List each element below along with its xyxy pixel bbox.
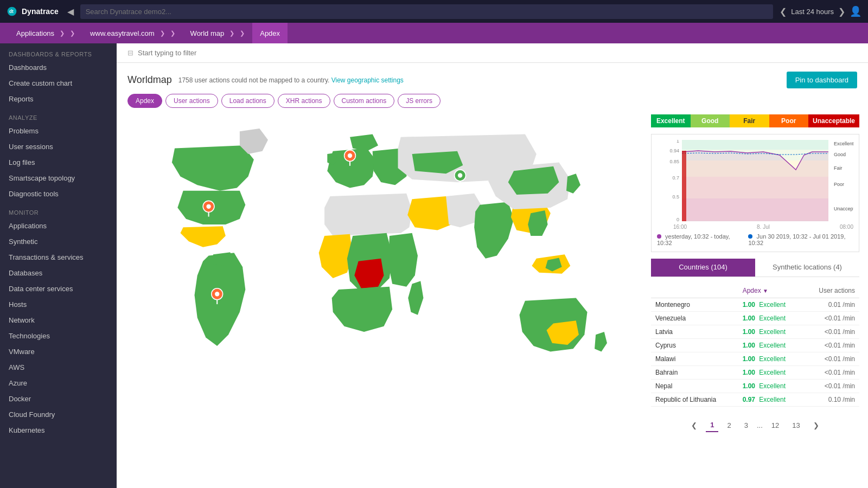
table-row[interactable]: Latvia 1.00 Excellent <0.01 /min (651, 325, 859, 339)
table-row[interactable]: Venezuela 1.00 Excellent <0.01 /min (651, 312, 859, 325)
tab-apdex[interactable]: Apdex (127, 94, 162, 108)
filter-bar: ⊟ (117, 43, 868, 63)
legend-comparison: Jun 30 2019, 10:32 - Jul 01 2019, 10:32 (748, 233, 853, 246)
user-icon[interactable]: 👤 (850, 5, 861, 17)
col-apdex[interactable]: Apdex ▼ (738, 284, 803, 298)
filter-icon: ⊟ (127, 49, 133, 57)
sidebar-item-problems[interactable]: Problems (0, 123, 117, 139)
world-map (127, 114, 640, 386)
svg-text:0.94: 0.94 (669, 148, 679, 153)
table-row[interactable]: Republic of Lithuania 0.97 Excellent 0.1… (651, 393, 859, 407)
page-1[interactable]: 1 (706, 419, 718, 432)
chart-legend: yesterday, 10:32 - today, 10:32 Jun 30 2… (657, 230, 853, 246)
country-name: Venezuela (651, 312, 738, 325)
country-name: Bahrain (651, 366, 738, 380)
svg-rect-27 (682, 151, 686, 221)
breadcrumb-worldmap[interactable]: World map ❯ (183, 23, 253, 43)
svg-text:0.85: 0.85 (669, 159, 679, 164)
table-row[interactable]: Cyprus 1.00 Excellent <0.01 /min (651, 339, 859, 352)
sidebar-item-docker[interactable]: Docker (0, 391, 117, 407)
sidebar-item-smartscape[interactable]: Smartscape topology (0, 170, 117, 186)
svg-point-3 (206, 204, 210, 209)
back-button[interactable]: ◀ (67, 7, 74, 17)
apdex-chart: 1 0.94 0.85 0.7 0.5 0 Excellent Good Fai… (651, 134, 859, 252)
page-subtitle: 1758 user actions could not be mapped to… (178, 76, 404, 84)
page-title: Worldmap (127, 74, 172, 86)
sidebar-item-azure[interactable]: Azure (0, 375, 117, 391)
country-name: Latvia (651, 325, 738, 339)
sidebar-item-log-files[interactable]: Log files (0, 155, 117, 170)
sidebar-section-analyze: Analyze (0, 107, 117, 123)
breadcrumb-apdex[interactable]: Apdex (252, 23, 288, 43)
col-user-actions: User actions (803, 284, 859, 298)
svg-text:Unacceptable: Unacceptable (834, 206, 853, 211)
breadcrumb-applications[interactable]: Applications ❯ (9, 23, 82, 43)
page-2[interactable]: 2 (723, 419, 735, 432)
page-12[interactable]: 12 (767, 419, 783, 432)
geographic-settings-link[interactable]: View geographic settings (331, 76, 404, 84)
apdex-value: 1.00 Excellent (738, 312, 803, 325)
sidebar-item-transactions[interactable]: Transactions & services (0, 249, 117, 265)
legend-blue-dot (748, 234, 752, 239)
table-row[interactable]: Bahrain 1.00 Excellent <0.01 /min (651, 366, 859, 380)
sidebar-item-network[interactable]: Network (0, 312, 117, 328)
sidebar-item-aws[interactable]: AWS (0, 359, 117, 375)
sidebar-item-reports[interactable]: Reports (0, 91, 117, 107)
apdex-value: 1.00 Excellent (738, 366, 803, 380)
filter-input[interactable] (138, 49, 857, 57)
sidebar-item-vmware[interactable]: VMware (0, 344, 117, 359)
country-name: Nepal (651, 380, 738, 393)
table-row[interactable]: Montenegro 1.00 Excellent 0.01 /min (651, 298, 859, 312)
sidebar-item-applications[interactable]: Applications (0, 218, 117, 234)
tab-js-errors[interactable]: JS errors (398, 94, 441, 108)
tab-load-actions[interactable]: Load actions (221, 94, 275, 108)
content-header: Worldmap 1758 user actions could not be … (117, 63, 868, 94)
time-next-button[interactable]: ❯ (838, 7, 845, 17)
user-actions-value: <0.01 /min (803, 325, 859, 339)
tab-custom-actions[interactable]: Custom actions (334, 94, 395, 108)
sidebar-item-user-sessions[interactable]: User sessions (0, 139, 117, 155)
page-13[interactable]: 13 (788, 419, 804, 432)
pagination-next[interactable]: ❯ (809, 419, 824, 432)
search-input[interactable] (80, 4, 774, 19)
tab-user-actions[interactable]: User actions (165, 94, 218, 108)
apdex-value: 1.00 Excellent (738, 298, 803, 312)
legend-fair: Fair (730, 114, 769, 127)
sidebar-item-technologies[interactable]: Technologies (0, 328, 117, 344)
tab-synthetic-locations[interactable]: Synthetic locations (4) (755, 259, 859, 277)
user-actions-value: 0.10 /min (803, 393, 859, 407)
pin-to-dashboard-button[interactable]: Pin to dashboard (787, 72, 857, 88)
table-row[interactable]: Nepal 1.00 Excellent <0.01 /min (651, 380, 859, 393)
pagination-prev[interactable]: ❮ (687, 419, 701, 432)
sidebar-item-diagnostic-tools[interactable]: Diagnostic tools (0, 186, 117, 202)
legend-unacceptable: Unacceptable (808, 114, 859, 127)
country-name: Cyprus (651, 339, 738, 352)
time-range: Last 24 hours (791, 8, 834, 16)
breadcrumb-easytravel[interactable]: www.easytravel.com ❯ (82, 23, 182, 43)
sidebar-item-dashboards[interactable]: Dashboards (0, 60, 117, 75)
apdex-value: 1.00 Excellent (738, 352, 803, 366)
time-prev-button[interactable]: ❮ (780, 7, 787, 17)
sidebar-item-create-custom-chart[interactable]: Create custom chart (0, 75, 117, 91)
countries-table: Apdex ▼ User actions Montenegro 1.00 Exc… (651, 284, 859, 407)
sidebar-item-cloud-foundry[interactable]: Cloud Foundry (0, 407, 117, 422)
main-layout: Dashboards & reports Dashboards Create c… (0, 43, 868, 488)
legend-purple-dot (657, 234, 661, 239)
svg-text:0.7: 0.7 (672, 175, 679, 181)
legend-yesterday: yesterday, 10:32 - today, 10:32 (657, 233, 739, 246)
topbar: dt Dynatrace ◀ ❮ Last 24 hours ❯ 👤 (0, 0, 868, 23)
user-actions-value: <0.01 /min (803, 380, 859, 393)
apdex-value: 0.97 Excellent (738, 393, 803, 407)
sidebar-item-hosts[interactable]: Hosts (0, 297, 117, 312)
sidebar-item-datacenter[interactable]: Data center services (0, 281, 117, 297)
apdex-value: 1.00 Excellent (738, 339, 803, 352)
sidebar-item-synthetic[interactable]: Synthetic (0, 234, 117, 249)
table-row[interactable]: Malawi 1.00 Excellent <0.01 /min (651, 352, 859, 366)
main-content: Excellent Good Fair Poor Unacceptable (117, 114, 868, 488)
tab-countries[interactable]: Countries (104) (651, 259, 755, 277)
tab-xhr-actions[interactable]: XHR actions (278, 94, 330, 108)
svg-point-9 (215, 292, 219, 296)
page-3[interactable]: 3 (740, 419, 752, 432)
sidebar-item-kubernetes[interactable]: Kubernetes (0, 422, 117, 438)
sidebar-item-databases[interactable]: Databases (0, 265, 117, 281)
